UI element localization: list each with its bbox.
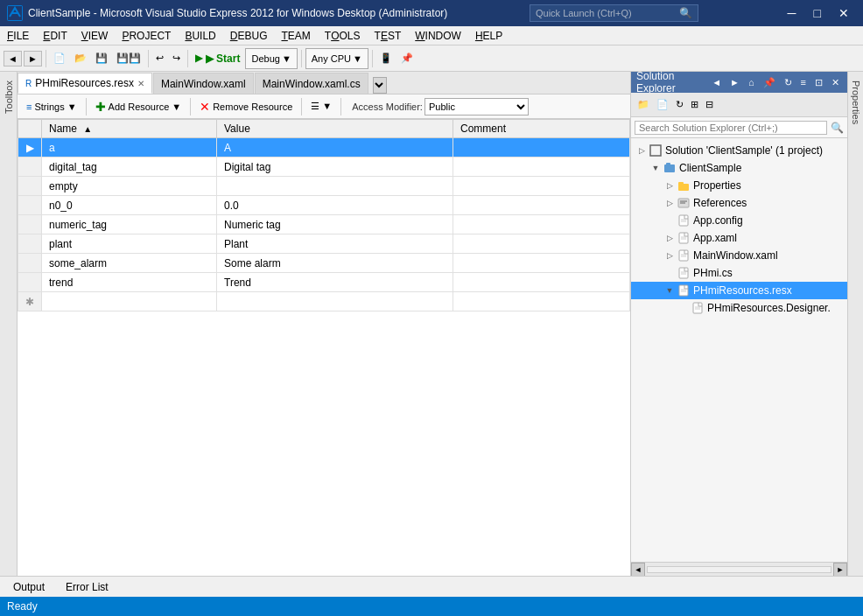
row-comment[interactable] [453,138,630,158]
cpu-dropdown[interactable]: Any CPU ▼ [305,48,368,69]
se-scroll-right[interactable]: ► [833,563,847,577]
table-row[interactable]: n0_0 0.0 [18,196,630,215]
tree-item-phmiresources-resx[interactable]: ▼ PHmiResources.resx [631,282,847,299]
se-search-input[interactable] [635,121,827,135]
row-comment[interactable] [453,177,630,196]
tab-dropdown[interactable]: ▼ [373,77,387,94]
se-scroll-left[interactable]: ◄ [631,563,645,577]
properties-sidebar[interactable]: Properties [847,72,863,576]
new-row-name[interactable] [42,292,217,312]
row-name[interactable]: some_alarm [42,254,217,273]
row-name[interactable]: trend [42,273,217,292]
se-close-btn[interactable]: ✕ [829,75,842,90]
row-value[interactable]: Plant [217,234,453,254]
new-file-button[interactable]: 📄 [50,48,69,69]
tab-phmiresources-close[interactable]: ✕ [137,79,144,88]
row-comment[interactable] [453,234,630,254]
tree-toggle[interactable]: ▷ [635,146,649,155]
menu-project[interactable]: PROJECT [115,26,178,46]
forward-button[interactable]: ► [24,51,42,66]
new-row-comment[interactable] [453,292,630,312]
menu-team[interactable]: TEAM [274,26,317,46]
row-name[interactable]: empty [42,177,217,196]
tree-item-clientsample[interactable]: ▼ ClientSample [631,159,847,177]
tree-toggle[interactable]: ▷ [663,234,677,242]
new-row-value[interactable] [217,292,453,312]
row-value[interactable]: A [217,138,453,158]
open-file-button[interactable]: 📂 [71,48,90,69]
se-collapse-btn[interactable]: ≡ [798,75,809,90]
quick-launch-input[interactable] [536,8,676,18]
col-value[interactable]: Value [217,120,453,138]
restore-button[interactable]: □ [807,4,828,22]
tree-item-app-xaml[interactable]: ▷ App.xaml [631,229,847,247]
tree-toggle[interactable]: ▷ [663,181,677,190]
se-refresh-btn[interactable]: ↻ [782,75,795,90]
tree-toggle[interactable]: ▼ [663,286,677,295]
se-refresh-files-btn[interactable]: ↻ [673,97,686,112]
se-search-bar[interactable]: 🔍 [631,117,847,138]
strings-button[interactable]: ≡ Strings ▼ [21,100,82,114]
row-value[interactable]: Trend [217,273,453,292]
table-row[interactable]: trend Trend [18,273,630,292]
menu-view[interactable]: VIEW [74,26,116,46]
row-comment[interactable] [453,158,630,177]
row-comment[interactable] [453,196,630,215]
se-new-folder-btn[interactable]: 📁 [635,97,652,112]
toolbox-sidebar[interactable]: Toolbox [0,72,18,576]
device-button[interactable]: 📱 [376,48,396,69]
tab-mainwindow-cs[interactable]: MainWindow.xaml.cs [255,73,368,94]
tab-error-list[interactable]: Error List [56,578,118,596]
tab-mainwindow-xaml[interactable]: MainWindow.xaml [153,73,254,94]
se-float-btn[interactable]: ⊡ [812,75,825,90]
tab-output[interactable]: Output [4,578,54,596]
row-comment[interactable] [453,254,630,273]
debug-dropdown[interactable]: Debug ▼ [245,48,297,69]
row-value[interactable] [217,177,453,196]
se-scrollbar[interactable]: ◄ ► [631,562,847,576]
save-button[interactable]: 💾 [92,48,111,69]
table-row[interactable]: digital_tag Digital tag [18,158,630,177]
tree-item-solution--clientsample---1-project-[interactable]: ▷ Solution 'ClientSample' (1 project) [631,142,847,159]
quick-launch[interactable]: 🔍 [530,4,698,22]
se-collapse-all-btn[interactable]: ⊟ [703,97,716,112]
col-name[interactable]: Name ▲ [42,120,217,138]
tree-toggle[interactable]: ▼ [649,164,663,172]
menu-help[interactable]: HELP [468,26,509,46]
row-value[interactable]: 0.0 [217,196,453,215]
table-row[interactable]: empty [18,177,630,196]
new-row[interactable]: ✱ [18,292,630,312]
menu-file[interactable]: FILE [0,26,36,46]
table-row[interactable]: ▶ a A [18,138,630,158]
table-row[interactable]: numeric_tag Numeric tag [18,215,630,234]
tree-item-mainwindow-xaml[interactable]: ▷ MainWindow.xaml [631,247,847,264]
col-comment[interactable]: Comment [453,120,630,138]
view-options-button[interactable]: ☰ ▼ [305,99,337,114]
menu-test[interactable]: TEST [368,26,409,46]
menu-window[interactable]: WINDOW [408,26,468,46]
tree-item-phmi-cs[interactable]: PHmi.cs [631,264,847,282]
undo-button[interactable]: ↩ [152,48,167,69]
se-home-btn[interactable]: ⌂ [746,75,757,90]
se-forward-btn[interactable]: ► [727,75,742,90]
row-comment[interactable] [453,215,630,234]
pin-button[interactable]: 📌 [397,48,417,69]
se-back-btn[interactable]: ◄ [709,75,724,90]
tree-item-references[interactable]: ▷ References [631,194,847,212]
table-row[interactable]: some_alarm Some alarm [18,254,630,273]
tree-toggle[interactable]: ▷ [663,251,677,260]
tree-item-phmiresources-designer-[interactable]: PHmiResources.Designer. [631,299,847,317]
row-name[interactable]: plant [42,234,217,254]
access-modifier-select[interactable]: Public Internal No code generation [424,98,529,116]
menu-build[interactable]: BUILD [178,26,222,46]
se-expand-btn[interactable]: ⊞ [688,97,701,112]
se-show-files-btn[interactable]: 📄 [654,97,671,112]
close-button[interactable]: ✕ [831,4,856,22]
minimize-button[interactable]: ─ [781,4,803,22]
row-name[interactable]: n0_0 [42,196,217,215]
table-row[interactable]: plant Plant [18,234,630,254]
se-scroll-track[interactable] [647,566,831,573]
tree-toggle[interactable]: ▷ [663,199,677,207]
row-comment[interactable] [453,273,630,292]
row-value[interactable]: Some alarm [217,254,453,273]
